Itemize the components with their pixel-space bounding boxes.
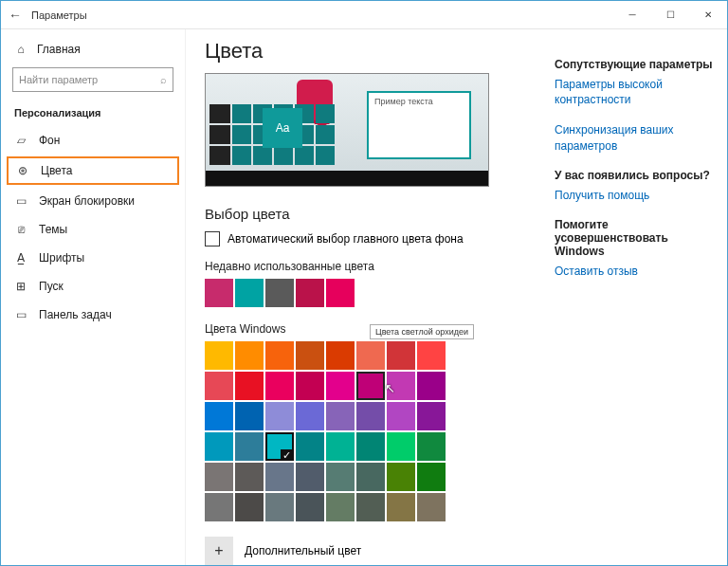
back-button[interactable]: ← xyxy=(9,8,31,23)
color-swatch[interactable] xyxy=(205,402,233,430)
nav-label: Фон xyxy=(39,134,60,147)
color-swatch[interactable] xyxy=(417,463,446,491)
color-swatch[interactable] xyxy=(296,463,324,491)
color-swatch[interactable] xyxy=(235,463,264,491)
recent-color-swatch[interactable] xyxy=(235,279,264,307)
section-title: Персонализация xyxy=(1,101,185,126)
color-swatch[interactable] xyxy=(387,432,415,461)
preview-pane: Aa Пример текста xyxy=(205,73,489,187)
color-swatch[interactable] xyxy=(265,372,294,400)
color-swatch[interactable] xyxy=(235,493,264,521)
color-swatch[interactable] xyxy=(205,432,233,461)
color-swatch[interactable] xyxy=(296,402,324,430)
minimize-button[interactable]: ─ xyxy=(613,1,651,27)
color-swatch[interactable] xyxy=(387,493,415,521)
color-swatch[interactable] xyxy=(387,341,415,370)
nav-label: Цвета xyxy=(41,164,72,177)
checkbox-box xyxy=(205,231,220,246)
preview-aa: Aa xyxy=(263,108,302,148)
color-swatch[interactable] xyxy=(296,432,324,461)
recent-color-swatch[interactable] xyxy=(265,279,294,307)
home-icon: ⌂ xyxy=(14,43,27,56)
nav-item-5[interactable]: ⊞Пуск xyxy=(1,272,185,301)
home-link[interactable]: ⌂ Главная xyxy=(1,37,185,62)
color-swatch[interactable] xyxy=(296,372,324,400)
recent-color-swatch[interactable] xyxy=(296,279,324,307)
related-heading: Сопутствующие параметры xyxy=(555,58,716,71)
preview-window: Пример текста xyxy=(367,91,471,159)
windows-colors-grid: Цвета светлой орхидеи ↖ xyxy=(205,341,537,521)
color-swatch[interactable] xyxy=(356,372,385,400)
recent-color-swatch[interactable] xyxy=(205,279,233,307)
color-swatch[interactable] xyxy=(265,341,294,370)
link-get-help[interactable]: Получить помощь xyxy=(555,188,716,203)
color-swatch[interactable] xyxy=(387,463,415,491)
color-swatch[interactable] xyxy=(265,493,294,521)
nav-item-2[interactable]: ▭Экран блокировки xyxy=(1,187,185,215)
color-swatch[interactable] xyxy=(235,341,264,370)
color-swatch[interactable] xyxy=(205,372,233,400)
color-swatch[interactable] xyxy=(296,341,324,370)
nav-item-3[interactable]: ⎚Темы xyxy=(1,215,185,244)
close-button[interactable]: ✕ xyxy=(689,1,727,27)
auto-color-label: Автоматический выбор главного цвета фона xyxy=(228,232,464,246)
nav-label: Шрифты xyxy=(39,251,84,265)
color-swatch[interactable] xyxy=(235,432,264,461)
color-swatch[interactable] xyxy=(326,432,355,461)
color-swatch[interactable] xyxy=(205,341,233,370)
recent-color-swatch[interactable] xyxy=(326,279,355,307)
color-swatch[interactable] xyxy=(417,432,446,461)
color-swatch[interactable] xyxy=(235,372,264,400)
color-swatch[interactable] xyxy=(296,493,324,521)
search-input[interactable]: Найти параметр ⌕ xyxy=(12,67,173,92)
auto-color-checkbox[interactable]: Автоматический выбор главного цвета фона xyxy=(205,231,537,246)
color-tooltip: Цвета светлой орхидеи xyxy=(370,324,474,339)
nav-label: Экран блокировки xyxy=(39,194,135,208)
color-swatch[interactable] xyxy=(326,341,355,370)
link-sync-settings[interactable]: Синхронизация ваших параметров xyxy=(555,122,716,153)
nav-label: Темы xyxy=(39,223,67,236)
color-swatch[interactable] xyxy=(205,493,233,521)
color-swatch[interactable] xyxy=(417,493,446,521)
choose-color-heading: Выбор цвета xyxy=(205,206,537,222)
color-swatch[interactable] xyxy=(205,463,233,491)
nav-item-0[interactable]: ▱Фон xyxy=(1,126,185,155)
color-swatch[interactable] xyxy=(387,402,415,430)
color-swatch[interactable] xyxy=(265,463,294,491)
color-swatch[interactable] xyxy=(326,463,355,491)
nav-icon: ⊛ xyxy=(16,164,29,177)
color-swatch[interactable] xyxy=(356,432,385,461)
color-swatch[interactable] xyxy=(417,341,446,370)
home-label: Главная xyxy=(37,43,81,56)
right-rail: Сопутствующие параметры Параметры высоко… xyxy=(555,39,716,565)
nav-item-1[interactable]: ⊛Цвета xyxy=(7,156,179,185)
link-high-contrast[interactable]: Параметры высокой контрастности xyxy=(555,77,716,107)
link-feedback[interactable]: Оставить отзыв xyxy=(555,264,716,279)
color-swatch[interactable] xyxy=(265,432,294,461)
recent-colors xyxy=(205,279,489,307)
additional-color-label: Дополнительный цвет xyxy=(245,544,361,557)
color-swatch[interactable] xyxy=(417,402,446,430)
color-swatch[interactable] xyxy=(326,372,355,400)
color-swatch[interactable] xyxy=(417,372,446,400)
nav-item-6[interactable]: ▭Панель задач xyxy=(1,301,185,329)
color-swatch[interactable] xyxy=(356,493,385,521)
nav-icon: ▱ xyxy=(14,134,27,147)
sidebar: ⌂ Главная Найти параметр ⌕ Персонализаци… xyxy=(1,29,186,565)
color-swatch[interactable] xyxy=(326,402,355,430)
color-swatch[interactable] xyxy=(235,402,264,430)
nav-item-4[interactable]: A̲Шрифты xyxy=(1,244,185,272)
color-swatch[interactable] xyxy=(326,493,355,521)
color-swatch[interactable] xyxy=(356,463,385,491)
page-title: Цвета xyxy=(205,39,537,64)
color-swatch[interactable] xyxy=(356,402,385,430)
window-title: Параметры xyxy=(31,9,87,21)
nav-icon: ▭ xyxy=(14,308,27,321)
color-swatch[interactable] xyxy=(265,402,294,430)
nav-icon: ⊞ xyxy=(14,280,27,293)
additional-color-button[interactable]: + Дополнительный цвет xyxy=(205,537,537,565)
maximize-button[interactable]: ☐ xyxy=(651,1,689,27)
color-swatch[interactable] xyxy=(356,341,385,370)
nav-icon: ⎚ xyxy=(14,223,27,236)
cursor-icon: ↖ xyxy=(385,381,395,395)
